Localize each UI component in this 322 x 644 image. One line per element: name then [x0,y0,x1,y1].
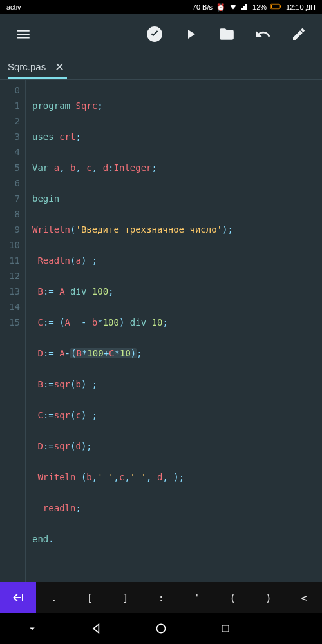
line-number: 10 [0,237,20,253]
svg-rect-1 [280,6,281,8]
key-lt[interactable]: < [287,582,323,613]
wifi-icon [229,3,237,12]
line-gutter: 0 1 2 3 4 5 6 7 8 9 10 11 12 13 14 15 [0,80,26,582]
svg-rect-5 [222,625,229,632]
svg-point-4 [156,624,165,632]
line-number: 6 [0,175,20,191]
key-colon[interactable]: : [144,582,180,613]
signal-icon [241,3,249,12]
tab-key[interactable] [0,582,36,613]
recents-button[interactable] [210,613,241,644]
code-editor[interactable]: 0 1 2 3 4 5 6 7 8 9 10 11 12 13 14 15 pr… [0,80,322,582]
line-number: 8 [0,206,20,222]
carrier-label: activ [6,3,21,11]
compile-button[interactable] [139,19,170,50]
key-lparen[interactable]: ( [215,582,251,613]
tab-label: Sqrc.pas [8,61,46,72]
status-right: 70 B/s ⏰ 12% 12:10 ДП [193,3,316,12]
line-number: 7 [0,191,20,206]
app-toolbar [0,14,322,54]
folder-button[interactable] [211,19,242,50]
edit-button[interactable] [283,19,314,50]
home-button[interactable] [146,613,176,644]
alarm-icon: ⏰ [216,3,225,12]
close-icon[interactable]: ✕ [52,60,67,74]
line-number: 5 [0,160,20,175]
android-status-bar: activ 70 B/s ⏰ 12% 12:10 ДП [0,0,322,14]
tab-sqrc[interactable]: Sqrc.pas ✕ [8,54,67,79]
line-number: 9 [0,222,20,237]
key-lbracket[interactable]: [ [72,582,108,613]
line-number: 13 [0,284,20,299]
android-nav-bar [0,613,322,644]
tab-bar: Sqrc.pas ✕ [0,54,322,80]
line-number: 11 [0,253,20,268]
undo-button[interactable] [247,19,278,50]
line-number: 4 [0,144,20,160]
code-area[interactable]: program Sqrc; uses crt; Var a, b, c, d:I… [26,80,322,582]
menu-button[interactable] [8,19,39,50]
key-rbracket[interactable]: ] [108,582,144,613]
line-number: 15 [0,315,20,330]
net-speed: 70 B/s [193,3,213,11]
key-dot[interactable]: . [36,582,72,613]
hide-keyboard-button[interactable] [17,613,48,644]
line-number: 12 [0,268,20,284]
back-button[interactable] [81,613,112,644]
symbol-key-row: . [ ] : ' ( ) < [0,582,322,613]
key-quote[interactable]: ' [179,582,215,613]
battery-label: 12% [252,3,267,11]
line-number: 2 [0,113,20,129]
line-number: 1 [0,98,20,113]
key-rparen[interactable]: ) [251,582,287,613]
clock-label: 12:10 ДП [286,3,316,11]
line-number: 3 [0,129,20,144]
line-number: 0 [0,83,20,98]
battery-icon [270,3,282,11]
line-number: 14 [0,299,20,315]
run-button[interactable] [175,19,206,50]
svg-rect-2 [271,5,272,8]
